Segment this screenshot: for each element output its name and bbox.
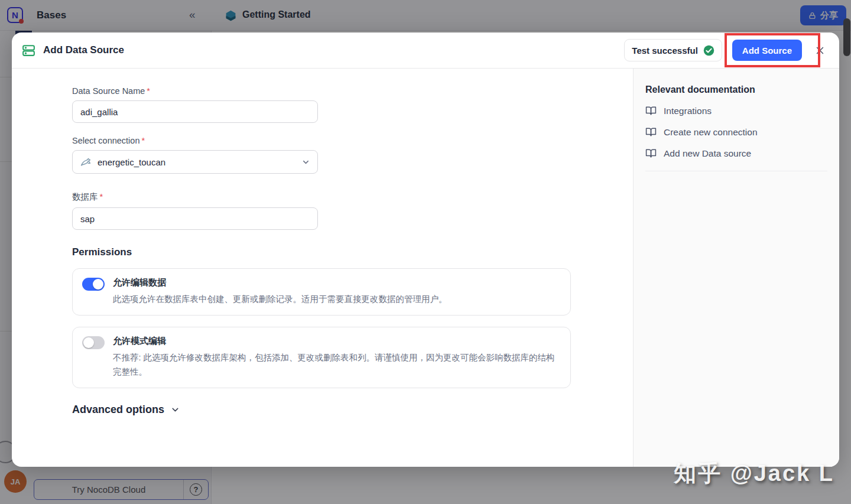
chevron-down-icon — [170, 405, 180, 415]
doc-link-create-connection[interactable]: Create new connection — [645, 126, 827, 138]
screen: N Bases « Getting Started 分享 JA — [0, 0, 851, 504]
form-area: Data Source Name* Select connection* ene… — [12, 69, 633, 467]
add-data-source-modal: Add Data Source Test successful Add Sour… — [12, 32, 839, 467]
mysql-dolphin-icon — [80, 156, 92, 168]
connection-label: Select connection* — [72, 136, 633, 145]
doc-link-label: Create new connection — [664, 127, 758, 138]
advanced-options-label: Advanced options — [72, 404, 164, 416]
database-label: 数据库* — [72, 191, 633, 203]
permission-card-schema-edit: 允许模式编辑 不推荐: 此选项允许修改数据库架构，包括添加、更改或删除表和列。请… — [72, 327, 571, 388]
doc-link-integrations[interactable]: Integrations — [645, 105, 827, 116]
permission-title: 允许模式编辑 — [113, 336, 561, 347]
book-icon — [645, 126, 657, 138]
docs-divider — [645, 171, 827, 171]
permission-title: 允许编辑数据 — [113, 277, 447, 288]
test-status-label: Test successful — [632, 45, 697, 56]
test-status-pill: Test successful — [624, 39, 722, 61]
permission-toggle-1[interactable] — [82, 336, 105, 349]
doc-link-label: Integrations — [664, 106, 712, 116]
database-input[interactable] — [72, 207, 318, 230]
annotation-highlight-box: Add Source — [725, 33, 820, 67]
scrollbar-thumb[interactable] — [843, 18, 850, 56]
permission-toggle-0[interactable] — [82, 278, 105, 291]
chevron-down-icon — [301, 158, 310, 167]
doc-link-label: Add new Data source — [664, 148, 751, 159]
permissions-heading: Permissions — [72, 246, 633, 258]
connection-value: energetic_toucan — [98, 157, 296, 167]
add-source-button[interactable]: Add Source — [732, 40, 802, 61]
name-label: Data Source Name* — [72, 86, 633, 96]
documentation-panel: Relevant documentation Integrations — [633, 69, 839, 467]
data-source-icon — [21, 43, 36, 58]
modal-title: Add Data Source — [43, 44, 124, 56]
advanced-options-toggle[interactable]: Advanced options — [72, 404, 633, 416]
permission-description: 此选项允许在数据库表中创建、更新或删除记录。适用于需要直接更改数据的管理用户。 — [113, 292, 447, 307]
docs-title: Relevant documentation — [645, 84, 827, 95]
connection-select[interactable]: energetic_toucan — [72, 150, 318, 174]
check-circle-icon — [703, 45, 714, 56]
permission-description: 不推荐: 此选项允许修改数据库架构，包括添加、更改或删除表和列。请谨慎使用，因为… — [113, 351, 561, 379]
watermark: 知乎 @Jack L — [674, 459, 834, 489]
book-icon — [645, 105, 657, 116]
book-icon — [645, 148, 657, 159]
modal-header: Add Data Source Test successful Add Sour… — [12, 32, 839, 69]
doc-link-add-data-source[interactable]: Add new Data source — [645, 148, 827, 159]
data-source-name-input[interactable] — [72, 100, 318, 123]
permission-card-edit-data: 允许编辑数据 此选项允许在数据库表中创建、更新或删除记录。适用于需要直接更改数据… — [72, 268, 571, 316]
